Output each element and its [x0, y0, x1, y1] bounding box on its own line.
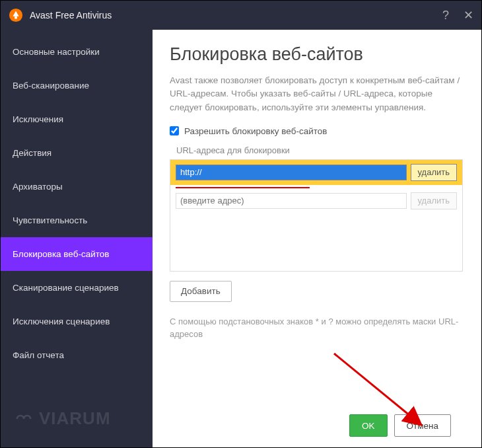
sidebar-item-archives[interactable]: Архиваторы	[1, 170, 153, 204]
sidebar-item-exclusions[interactable]: Исключения	[1, 102, 153, 136]
cancel-button[interactable]: Отмена	[394, 414, 451, 437]
page-description: Avast также позволяет блокировать доступ…	[170, 74, 463, 114]
ok-button[interactable]: OK	[349, 414, 388, 437]
avast-logo-icon	[9, 8, 23, 22]
sidebar-item-website-blocking[interactable]: Блокировка веб-сайтов	[1, 237, 153, 271]
footer: OK Отмена	[170, 404, 463, 447]
sidebar-item-label: Чувствительность	[13, 215, 87, 225]
titlebar: Avast Free Antivirus ? ✕	[1, 1, 481, 30]
sidebar: Основные настройки Веб-сканирование Искл…	[1, 30, 153, 447]
sidebar-item-label: Архиваторы	[13, 182, 63, 192]
window-title: Avast Free Antivirus	[30, 10, 442, 20]
svg-rect-1	[15, 17, 17, 19]
url-list-label: URL-адреса для блокировки	[176, 145, 463, 155]
sidebar-item-label: Исключения сценариев	[13, 317, 110, 326]
url-list: удалить удалить	[170, 159, 463, 272]
sidebar-item-report-file[interactable]: Файл отчета	[1, 338, 153, 372]
url-row: удалить	[170, 160, 462, 185]
wildcard-hint: С помощью подстановочных знаков * и ? мо…	[170, 315, 463, 341]
url-input[interactable]	[176, 165, 407, 180]
url-row: удалить	[170, 188, 462, 213]
sidebar-item-actions[interactable]: Действия	[1, 136, 153, 170]
add-button[interactable]: Добавить	[170, 281, 232, 302]
checkbox-label: Разрешить блокировку веб-сайтов	[184, 126, 327, 136]
enable-blocking-checkbox[interactable]	[170, 126, 179, 135]
sidebar-item-label: Файл отчета	[13, 350, 64, 360]
sidebar-item-label: Сканирование сценариев	[13, 283, 119, 293]
sidebar-item-sensitivity[interactable]: Чувствительность	[1, 204, 153, 237]
watermark: VIARUM	[1, 408, 153, 429]
close-icon[interactable]: ✕	[464, 8, 473, 22]
sidebar-item-label: Исключения	[13, 114, 63, 124]
sidebar-item-label: Блокировка веб-сайтов	[13, 249, 109, 259]
url-input-empty[interactable]	[176, 193, 407, 209]
delete-url-button[interactable]: удалить	[411, 164, 457, 181]
sidebar-item-basic-settings[interactable]: Основные настройки	[1, 35, 153, 69]
delete-url-button-disabled: удалить	[411, 192, 457, 209]
sidebar-item-script-exclusions[interactable]: Исключения сценариев	[1, 305, 153, 338]
page-title: Блокировка веб-сайтов	[170, 44, 463, 65]
sidebar-item-script-scanning[interactable]: Сканирование сценариев	[1, 271, 153, 305]
watermark-text: VIARUM	[39, 408, 111, 429]
sidebar-item-web-scanning[interactable]: Веб-сканирование	[1, 69, 153, 102]
sidebar-item-label: Веб-сканирование	[13, 81, 89, 91]
sidebar-item-label: Основные настройки	[13, 47, 100, 57]
help-icon[interactable]: ?	[442, 9, 449, 22]
enable-blocking-checkbox-row[interactable]: Разрешить блокировку веб-сайтов	[170, 126, 463, 136]
sidebar-item-label: Действия	[13, 148, 52, 158]
main-panel: Блокировка веб-сайтов Avast также позвол…	[153, 30, 481, 447]
titlebar-buttons: ? ✕	[442, 8, 473, 22]
